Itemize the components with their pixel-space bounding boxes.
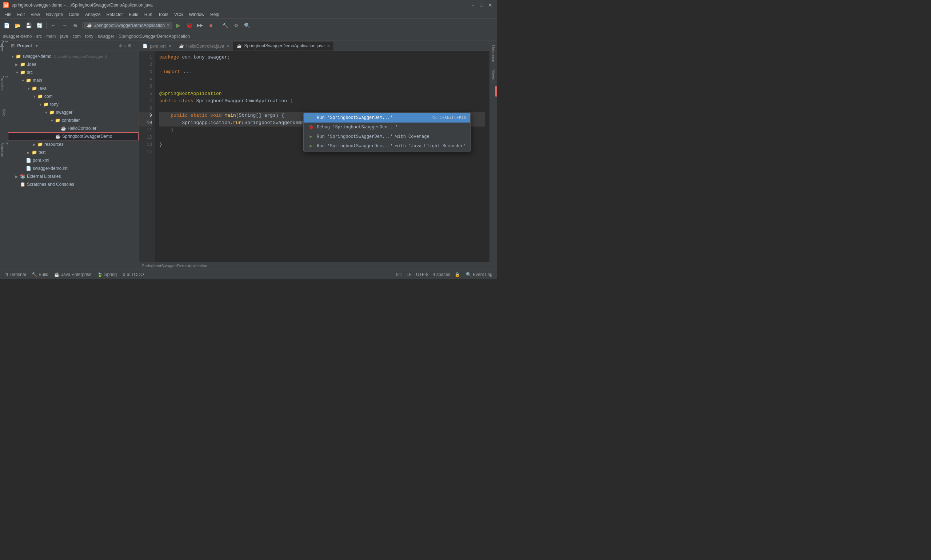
tab-app-icon: ☕ bbox=[237, 44, 242, 48]
fold-import[interactable]: − bbox=[159, 68, 162, 75]
nav-bar-button[interactable]: ⊕ bbox=[70, 20, 80, 31]
right-tool-maven[interactable]: Maven bbox=[491, 66, 496, 85]
tree-item-controller[interactable]: ▼ 📁 controller bbox=[8, 116, 138, 125]
tree-item-hello-controller[interactable]: ☕ HelloController bbox=[8, 125, 138, 132]
separator-3 bbox=[218, 22, 218, 29]
menu-edit[interactable]: Edit bbox=[14, 11, 28, 18]
breadcrumb-com[interactable]: com bbox=[72, 34, 81, 39]
java-enterprise-tab[interactable]: ☕ Java Enterprise bbox=[53, 271, 93, 278]
tree-item-swagger[interactable]: ▼ 📁 swagger bbox=[8, 108, 138, 116]
options-icon[interactable]: ⚙ bbox=[128, 43, 132, 48]
tree-item-iml[interactable]: 📄 swagger-demo.iml bbox=[8, 165, 138, 172]
menu-vcs[interactable]: VCS bbox=[171, 11, 186, 18]
build-tab[interactable]: 🔨 Build bbox=[30, 271, 50, 278]
breadcrumb-main[interactable]: main bbox=[46, 34, 55, 39]
menu-window[interactable]: Window bbox=[186, 11, 207, 18]
tree-item-swagger-demo[interactable]: ▼ 📁 swagger-demo D:\code\springboot\swag… bbox=[8, 52, 138, 60]
right-sidebar: Database Maven bbox=[489, 41, 497, 269]
tree-item-test[interactable]: ▶ 📁 test bbox=[8, 148, 138, 156]
tree-item-springboot-app[interactable]: ☕ SpringbootSwaggerDemo bbox=[8, 132, 138, 140]
tree-item-java[interactable]: ▼ 📁 java bbox=[8, 85, 138, 92]
tab-app-close[interactable]: ✕ bbox=[327, 44, 330, 48]
build-button[interactable]: 🔨 bbox=[220, 20, 230, 31]
tab-app[interactable]: ☕ SpringbootSwaggerDemoApplication.java … bbox=[233, 41, 334, 51]
breadcrumb-file[interactable]: SpringbootSwaggerDemoApplication bbox=[118, 34, 190, 39]
menu-analyze[interactable]: Analyze bbox=[82, 11, 104, 18]
tree-item-src[interactable]: ▼ 📁 src bbox=[8, 68, 138, 76]
todo-icon: ≡ bbox=[123, 272, 125, 277]
breadcrumb-tony[interactable]: tony bbox=[85, 34, 94, 39]
editor-area: 📄 pom.xml ✕ ☕ HelloController.java ✕ ☕ S… bbox=[139, 41, 489, 269]
sync-button[interactable]: 🔄 bbox=[34, 20, 45, 31]
breadcrumb-root[interactable]: swagger-demo bbox=[3, 34, 32, 39]
tree-item-resources[interactable]: ▶ 📁 resources bbox=[8, 140, 138, 148]
folder-icon-main: 📁 bbox=[25, 77, 31, 83]
breadcrumb-src[interactable]: src bbox=[36, 34, 42, 39]
right-tool-database[interactable]: Database bbox=[491, 42, 496, 65]
tree-item-external-libs[interactable]: ▶ 📚 External Libraries bbox=[8, 172, 138, 180]
menu-refactor[interactable]: Refactor bbox=[104, 11, 126, 18]
folder-icon-java: 📁 bbox=[31, 85, 37, 91]
menu-run[interactable]: Run bbox=[142, 11, 155, 18]
event-log-tab[interactable]: 🔍 Event Log bbox=[465, 271, 494, 278]
locate-icon[interactable]: ⊕ bbox=[118, 43, 122, 48]
tab-pom-close[interactable]: ✕ bbox=[168, 44, 171, 48]
tree-item-scratches[interactable]: 📋 Scratches and Consoles bbox=[8, 180, 138, 188]
web-tool-icon[interactable]: Web bbox=[0, 109, 8, 116]
save-all-button[interactable]: 💾 bbox=[23, 20, 34, 31]
error-indicator bbox=[496, 86, 497, 97]
structure-tool-icon[interactable]: Z: Structure bbox=[0, 146, 8, 154]
back-button[interactable]: ← bbox=[48, 20, 58, 31]
minimize-button[interactable]: − bbox=[469, 2, 476, 9]
tree-item-pom[interactable]: 📄 pom.xml bbox=[8, 156, 138, 165]
project-tool-icon[interactable]: 1: Project bbox=[0, 42, 8, 49]
stop-button[interactable]: ■ bbox=[206, 20, 216, 31]
ctx-item-coverage[interactable]: ▶ Run 'SpringbootSwaggerDem...' with Cov… bbox=[304, 132, 470, 142]
collapse-icon[interactable]: ≡ bbox=[124, 43, 126, 48]
close-button[interactable]: ✕ bbox=[486, 2, 494, 9]
ctx-item-debug[interactable]: 🐞 Debug 'SpringbootSwaggerDem...' bbox=[304, 123, 470, 132]
status-bar-right: 9:1 LF UTF-8 4 spaces 🔒 🔍 Event Log bbox=[396, 271, 494, 278]
ctx-item-jfr[interactable]: ▶ Run 'SpringbootSwaggerDem...' with 'Ja… bbox=[304, 142, 470, 151]
context-menu: ▶ Run 'SpringbootSwaggerDem...' Ctrl+Shi… bbox=[303, 112, 471, 152]
tree-item-idea[interactable]: ▶ 📁 .idea bbox=[8, 60, 138, 68]
forward-button[interactable]: → bbox=[59, 20, 69, 31]
debug-button[interactable]: 🐞 bbox=[184, 20, 194, 31]
ctx-item-run[interactable]: ▶ Run 'SpringbootSwaggerDem...' Ctrl+Shi… bbox=[304, 113, 470, 123]
settings-button[interactable]: ⚙ bbox=[231, 20, 241, 31]
spring-label: Spring bbox=[104, 272, 117, 277]
tab-hello-close[interactable]: ✕ bbox=[226, 44, 229, 48]
breadcrumb-java[interactable]: java bbox=[60, 34, 68, 39]
terminal-tab[interactable]: ⊡ Terminal bbox=[3, 271, 27, 278]
menu-view[interactable]: View bbox=[28, 11, 43, 18]
breadcrumb-swagger[interactable]: swagger bbox=[98, 34, 114, 39]
code-content[interactable]: package com.tony.swagger; − import ... @… bbox=[155, 51, 489, 262]
tab-hello[interactable]: ☕ HelloController.java ✕ bbox=[175, 41, 233, 51]
tab-pom[interactable]: 📄 pom.xml ✕ bbox=[139, 41, 175, 51]
tree-item-main[interactable]: ▼ 📁 main bbox=[8, 76, 138, 85]
spring-tab[interactable]: 🍃 Spring bbox=[95, 271, 118, 278]
todo-tab[interactable]: ≡ 6: TODO bbox=[121, 271, 145, 278]
run-button[interactable]: ▶ bbox=[173, 20, 183, 31]
tree-item-com[interactable]: ▼ 📁 com bbox=[8, 92, 138, 100]
code-line-2 bbox=[159, 61, 485, 68]
favorites-tool-icon[interactable]: 2: Favorites bbox=[0, 79, 8, 86]
ctx-coverage-icon: ▶ bbox=[308, 134, 314, 140]
run-config-select[interactable]: ☕ SpringbootSwaggerDemoApplication ▼ bbox=[85, 22, 172, 29]
open-button[interactable]: 📂 bbox=[12, 20, 23, 31]
menu-build[interactable]: Build bbox=[126, 11, 142, 18]
menu-navigate[interactable]: Navigate bbox=[43, 11, 66, 18]
menu-code[interactable]: Code bbox=[66, 11, 82, 18]
tree-item-tony[interactable]: ▼ 📁 tony bbox=[8, 100, 138, 108]
menu-tools[interactable]: Tools bbox=[155, 11, 171, 18]
search-button[interactable]: 🔍 bbox=[242, 20, 252, 31]
maximize-button[interactable]: □ bbox=[478, 2, 485, 9]
coverage-button[interactable]: ▶▶ bbox=[195, 20, 205, 31]
menu-help[interactable]: Help bbox=[207, 11, 222, 18]
toolbar: 📄 📂 💾 🔄 ← → ⊕ ☕ SpringbootSwaggerDemoApp… bbox=[0, 19, 497, 32]
hide-icon[interactable]: − bbox=[133, 43, 135, 48]
title-bar: 🅂 springboot-swagger-demo – ...\Springbo… bbox=[0, 0, 497, 10]
menu-file[interactable]: File bbox=[2, 11, 14, 18]
java-icon-hello: ☕ bbox=[60, 125, 66, 131]
new-file-button[interactable]: 📄 bbox=[2, 20, 12, 31]
